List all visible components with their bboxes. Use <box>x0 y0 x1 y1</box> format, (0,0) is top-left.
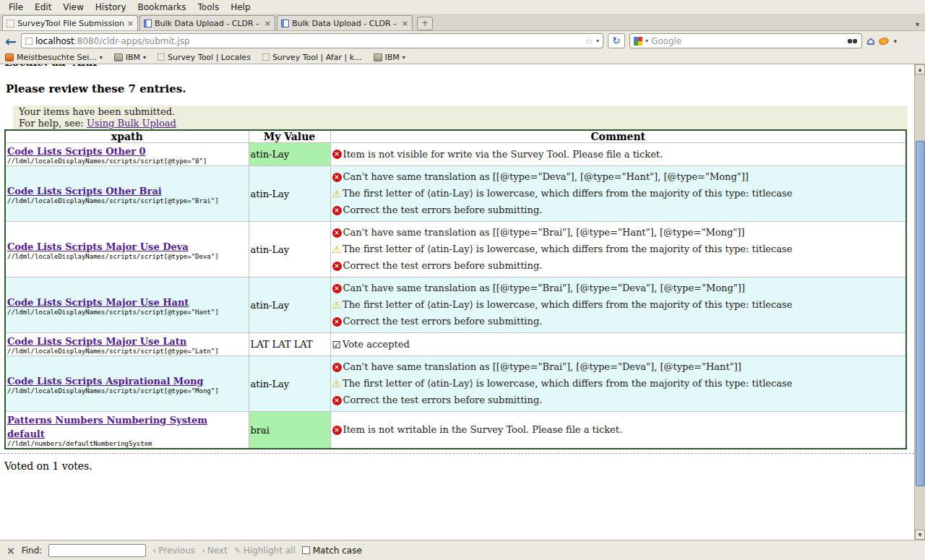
feather-icon[interactable] <box>878 36 890 46</box>
bookmark-item[interactable]: Survey Tool | Afar | k... ▾ <box>262 53 362 62</box>
menu-item[interactable]: Tools <box>192 1 225 13</box>
find-previous-button[interactable]: ‹ Previous <box>152 546 195 556</box>
menu-item[interactable]: Help <box>225 1 256 13</box>
table-row: Code Lists Scripts Major Use Deva //ldml… <box>5 222 906 277</box>
bookmark-label: Meistbesuchte Sei... <box>17 53 97 62</box>
xpath-link[interactable]: Code Lists Scripts Other 0 <box>7 146 146 157</box>
tab-title: Bulk Data Upload - CLDR - Un... <box>292 19 399 28</box>
comment-line: ×Can't have same translation as [[@type=… <box>332 226 905 239</box>
home-icon[interactable]: ⌂ <box>866 35 874 47</box>
bookmark-item[interactable]: Survey Tool | Locales ▾ <box>158 53 251 62</box>
comment-text: Can't have same translation as [[@type="… <box>343 226 745 239</box>
error-icon: × <box>332 426 342 435</box>
comment-text: Item is not visible for write via the Su… <box>343 148 663 161</box>
binoculars-icon[interactable] <box>847 37 858 45</box>
my-value-cell: atin-Lay <box>249 143 330 166</box>
tab-close-icon[interactable]: × <box>127 19 134 28</box>
url-dropdown-chevron-icon[interactable]: ▾ <box>596 38 599 44</box>
tab-overflow-chevron-icon[interactable]: ▾ <box>916 20 922 30</box>
error-icon: × <box>332 363 342 372</box>
page-favicon-icon <box>25 38 33 45</box>
review-heading: Please review these 7 entries. <box>6 82 925 95</box>
highlight-all-button[interactable]: ✎ Highlight all <box>234 546 296 556</box>
comment-line: ⚠The first letter of ⟨atin-Lay⟩ is lower… <box>332 377 905 390</box>
page-content: Locale: aa 'Afar' Please review these 7 … <box>0 64 925 540</box>
xpath-cell: Code Lists Scripts Other Brai //ldml/loc… <box>5 166 249 222</box>
bookmark-star-icon[interactable]: ☆ <box>585 35 593 46</box>
match-case-option[interactable]: Match case <box>302 546 362 556</box>
scrollbar-thumb[interactable] <box>916 141 925 486</box>
comment-cell: ×Item is not visible for write via the S… <box>330 143 906 166</box>
match-case-checkbox[interactable] <box>302 546 310 554</box>
comment-line: ⚠The first letter of ⟨atin-Lay⟩ is lower… <box>332 243 905 256</box>
tab-bar: SurveyTool File Submission | ... × Bulk … <box>0 14 925 31</box>
xpath-link[interactable]: Code Lists Scripts Major Use Hant <box>7 297 189 308</box>
find-input[interactable] <box>48 544 146 557</box>
menu-item[interactable]: View <box>57 1 89 13</box>
search-bar[interactable]: ▾ Google <box>629 33 862 48</box>
comment-line: ☑Vote accepted <box>332 338 905 351</box>
menu-item[interactable]: File <box>3 1 29 13</box>
find-next-button[interactable]: › Next <box>202 546 228 556</box>
scroll-down-icon[interactable]: ▼ <box>915 530 925 540</box>
warning-icon: ⚠ <box>332 379 342 389</box>
xpath-link[interactable]: Code Lists Scripts Other Brai <box>7 186 162 197</box>
tab-close-icon[interactable]: × <box>264 19 271 28</box>
comment-text: Can't have same translation as [[@type="… <box>343 282 745 295</box>
comment-text: Item is not writable in the Survey Tool.… <box>343 423 623 436</box>
menu-item[interactable]: Edit <box>29 1 57 13</box>
url-host: localhost <box>35 36 74 46</box>
column-header-xpath: xpath <box>5 130 249 143</box>
my-value-cell: atin-Lay <box>249 222 330 277</box>
table-row: Patterns Numbers Numbering System defaul… <box>5 412 906 449</box>
bookmarks-bar: Meistbesuchte Sei... ▾ IBM ▾ Survey Tool… <box>0 51 925 64</box>
url-path: :8080/cldr-apps/submit.jsp <box>74 36 190 46</box>
scroll-up-icon[interactable]: ▲ <box>915 64 925 74</box>
xpath-link[interactable]: Code Lists Scripts Major Use Deva <box>7 241 189 252</box>
comment-cell: ☑Vote accepted <box>330 333 906 356</box>
find-close-icon[interactable]: × <box>7 545 15 556</box>
toolbar-chevron-icon[interactable]: ▾ <box>893 38 897 45</box>
find-label: Find: <box>22 546 43 556</box>
new-tab-button[interactable]: + <box>417 17 433 30</box>
my-value-cell: brai <box>249 412 330 449</box>
comment-line: ⚠The first letter of ⟨atin-Lay⟩ is lower… <box>332 187 905 200</box>
comment-line: ×Correct the test errors before submitti… <box>332 204 905 217</box>
browser-tab[interactable]: Bulk Data Upload - CLDR - Un... × <box>139 15 275 30</box>
back-button[interactable]: ← <box>5 34 17 48</box>
comment-line: ×Correct the test errors before submitti… <box>332 259 905 272</box>
bookmark-item[interactable]: Meistbesuchte Sei... ▾ <box>5 53 103 62</box>
browser-tab[interactable]: SurveyTool File Submission | ... × <box>2 15 138 30</box>
error-icon: × <box>332 262 342 271</box>
reload-button[interactable]: ↻ <box>608 33 625 48</box>
menu-item[interactable]: History <box>90 1 132 13</box>
search-engine-chevron-icon[interactable]: ▾ <box>645 38 648 44</box>
column-header-my-value: My Value <box>249 130 330 143</box>
tab-close-icon[interactable]: × <box>402 19 408 28</box>
xpath-cell: Code Lists Scripts Major Use Hant //ldml… <box>5 277 249 333</box>
tab-list: SurveyTool File Submission | ... × Bulk … <box>2 15 414 30</box>
xpath-path: //ldml/localeDisplayNames/scripts/script… <box>7 309 247 316</box>
xpath-link[interactable]: Patterns Numbers Numbering System defaul… <box>7 415 207 439</box>
table-row: Code Lists Scripts Major Use Latn //ldml… <box>5 333 906 356</box>
error-icon: × <box>332 396 342 405</box>
xpath-link[interactable]: Code Lists Scripts Major Use Latn <box>7 336 186 347</box>
error-icon: × <box>332 150 342 159</box>
using-bulk-upload-link[interactable]: Using Bulk Upload <box>87 118 176 129</box>
checkbox-icon: ☑ <box>332 340 342 350</box>
comment-line: ×Can't have same translation as [[@type=… <box>332 361 905 374</box>
url-bar[interactable]: localhost:8080/cldr-apps/submit.jsp ☆ ▾ <box>21 33 603 48</box>
comment-text: Correct the test errors before submittin… <box>343 204 543 217</box>
vertical-scrollbar[interactable]: ▲ ▼ <box>914 64 925 540</box>
bookmark-item[interactable]: IBM ▾ <box>374 53 405 62</box>
comment-text: The first letter of ⟨atin-Lay⟩ is lowerc… <box>343 298 792 311</box>
bookmark-item[interactable]: IBM ▾ <box>114 53 146 62</box>
comment-line: ×Item is not writable in the Survey Tool… <box>332 423 905 436</box>
browser-tab[interactable]: Bulk Data Upload - CLDR - Un... × <box>277 15 413 30</box>
xpath-cell: Code Lists Scripts Aspirational Mong //l… <box>5 356 249 412</box>
bookmark-icon <box>5 53 14 61</box>
xpath-link[interactable]: Code Lists Scripts Aspirational Mong <box>7 376 203 387</box>
warning-icon: ⚠ <box>332 300 342 310</box>
menu-item[interactable]: Bookmarks <box>132 1 192 13</box>
comment-cell: ×Can't have same translation as [[@type=… <box>330 166 906 222</box>
